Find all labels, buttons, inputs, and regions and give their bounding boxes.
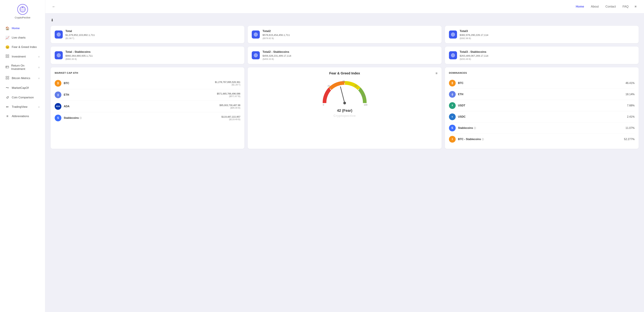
- stat-card-total-stablecoins-value: $960,364,880,935.1,711: [66, 54, 93, 57]
- theme-toggle[interactable]: ☀: [634, 4, 637, 9]
- sidebar-logo: CryptoPective: [15, 4, 30, 19]
- eth-values: $571,665,766,496.086 ($571.67 B): [217, 92, 240, 97]
- abbreviations-icon: ≡: [5, 114, 10, 118]
- stat-card-total-title: Total: [66, 29, 95, 33]
- stat-card-total-value: $1,079,852,103,892.1,711: [66, 33, 95, 36]
- svg-text:40: 40: [342, 80, 345, 82]
- sidebar: CryptoPective 🏠 Home 📈 Live charts 😐 Fea…: [0, 0, 45, 312]
- stablecoins-values: $119,487,222,957 ($119.49 B): [221, 115, 240, 121]
- svg-text:100: 100: [364, 104, 368, 106]
- stablecoins-value: $119,487,222,957: [221, 115, 240, 118]
- stat-card-total2-stablecoins-info: Total2 - Stablecoins $459,328,231,499.17…: [262, 50, 291, 60]
- sidebar-item-coin-comparison[interactable]: ↺ Coin Comparison: [0, 93, 45, 102]
- stablecoins-icon: S: [55, 115, 62, 121]
- svg-rect-9: [6, 66, 9, 68]
- stat-card-total3-stablecoins: Total3 - Stablecoins $263,489,067,269.17…: [445, 46, 639, 64]
- svg-rect-15: [8, 78, 9, 79]
- dom-btc-name: BTC: [458, 82, 464, 85]
- sidebar-item-live-charts[interactable]: 📈 Live charts: [0, 33, 45, 42]
- dom-stablecoins-name: Stablecoins ⓘ: [458, 126, 476, 130]
- stablecoins-info-icon[interactable]: ⓘ: [80, 117, 82, 119]
- ada-name: ADA: [64, 105, 70, 108]
- ada-values: $95,003,730,487.98 ($95.00 B): [220, 104, 240, 109]
- sidebar-item-bitcoin-metrics-label: Bitcoin Metrics: [12, 77, 30, 80]
- dom-eth-icon: ⟠: [449, 91, 456, 98]
- stat-card-total-info: Total $1,079,852,103,892.1,711 ($1.08 T): [66, 29, 95, 39]
- sidebar-item-home-label: Home: [12, 27, 20, 30]
- sidebar-item-marketcapof-label: MarketCapOf: [12, 86, 29, 90]
- download-button[interactable]: ⬇: [51, 18, 54, 22]
- nav-link-home[interactable]: Home: [576, 5, 584, 8]
- stat-card-total2: Total2 $578,815,454,456.1,711 ($578.82 B…: [248, 26, 442, 43]
- dom-usdc-icon: $: [449, 113, 456, 120]
- nav-link-faq[interactable]: FAQ: [622, 5, 628, 8]
- dominances-title: DOMINANCES: [449, 71, 634, 74]
- stat-card-total3-stablecoins-info: Total3 - Stablecoins $263,489,067,269.17…: [460, 50, 488, 60]
- stablecoins-name: Stablecoins ⓘ: [64, 116, 82, 120]
- market-cap-ath-title: MARKET CAP ATH: [55, 71, 240, 74]
- eth-value: $571,665,766,496.086: [217, 92, 240, 95]
- svg-text:0: 0: [323, 104, 324, 106]
- fear-greed-menu-button[interactable]: ≡: [436, 71, 438, 75]
- sidebar-item-roi[interactable]: Return On Investment ∨: [0, 61, 45, 73]
- dom-usdc-name: USDC: [458, 115, 466, 118]
- stat-card-total: Total $1,079,852,103,892.1,711 ($1.08 T): [51, 26, 244, 43]
- live-charts-icon: 📈: [5, 36, 10, 40]
- stat-card-total2-icon: [252, 30, 260, 38]
- dom-usdt-name: USDT: [458, 104, 466, 107]
- nav-link-contact[interactable]: Contact: [606, 5, 616, 8]
- investment-icon: [5, 54, 10, 59]
- dom-btc-stablecoins-pct: 52.277%: [624, 138, 634, 141]
- roi-icon: [5, 65, 9, 69]
- dom-btc-stablecoins-info-icon[interactable]: ⓘ: [482, 138, 484, 141]
- nav-link-about[interactable]: About: [591, 5, 599, 8]
- stat-card-total3-stablecoins-value: $263,489,067,269.17,114: [460, 54, 488, 57]
- stat-card-total3-stablecoins-icon: [449, 51, 457, 59]
- main-area: ← Home About Contact FAQ ☀ ⬇ Total $1,07…: [45, 0, 644, 312]
- content-area: ⬇ Total $1,079,852,103,892.1,711 ($1.08 …: [45, 13, 644, 312]
- stat-card-total2-value: $578,815,454,456.1,711: [262, 33, 290, 36]
- roi-chevron: ∨: [38, 66, 40, 69]
- dom-btc-pct: 46.41%: [626, 82, 634, 85]
- sidebar-item-tradingview[interactable]: ✏ TradingView ∨: [0, 102, 45, 112]
- stat-card-total-sub: ($1.08 T): [66, 37, 95, 39]
- stablecoins-sub: ($119.49 B): [221, 118, 240, 121]
- sidebar-item-fear-greed[interactable]: 😐 Fear & Greed Index: [0, 42, 45, 52]
- svg-text:80: 80: [362, 94, 365, 97]
- home-icon: 🏠: [5, 26, 10, 30]
- sidebar-item-fear-greed-label: Fear & Greed Index: [12, 45, 37, 49]
- dom-stablecoins-info-icon[interactable]: ⓘ: [474, 127, 476, 129]
- sidebar-item-investment[interactable]: Investment ∨: [0, 52, 45, 61]
- stat-card-total3-info: Total3 $382,976,290,226.17,114 ($382.98 …: [460, 29, 488, 39]
- tradingview-chevron: ∨: [38, 106, 40, 108]
- stat-card-total2-sub: ($578.82 B): [262, 37, 290, 39]
- stat-card-total3-title: Total3: [460, 29, 488, 33]
- coin-comparison-icon: ↺: [5, 95, 10, 99]
- dom-row-btc-stablecoins: ₿ BTC - Stablecoins ⓘ 52.277%: [449, 134, 634, 145]
- bottom-cards-grid: MARKET CAP ATH ₿ BTC $1,278,797,895,528.…: [51, 67, 639, 149]
- back-button[interactable]: ←: [52, 4, 56, 9]
- marketcapof-icon: 〜: [5, 86, 10, 90]
- sidebar-item-abbreviations[interactable]: ≡ Abbreviations: [0, 112, 45, 121]
- sidebar-item-bitcoin-metrics[interactable]: Bitcoin Metrics ∨: [0, 73, 45, 83]
- svg-text:20: 20: [328, 85, 330, 87]
- sidebar-item-home[interactable]: 🏠 Home: [0, 24, 45, 33]
- dom-usdt-pct: 7.68%: [627, 104, 634, 107]
- dominances-card: DOMINANCES ₿ BTC 46.41% ⟠ ETH 18.14% ₮ U…: [445, 67, 639, 149]
- app-name: CryptoPective: [15, 16, 30, 19]
- sidebar-item-tradingview-label: TradingView: [12, 105, 28, 109]
- gauge-value: 42 (Fear): [337, 108, 352, 113]
- dom-stablecoins-pct: 11.07%: [626, 126, 634, 130]
- stat-cards-grid: Total $1,079,852,103,892.1,711 ($1.08 T)…: [51, 26, 639, 64]
- stat-card-total-icon: [55, 30, 63, 38]
- market-cap-ath-card: MARKET CAP ATH ₿ BTC $1,278,797,895,528.…: [51, 67, 244, 149]
- btc-icon: ₿: [55, 80, 62, 87]
- sidebar-item-abbreviations-label: Abbreviations: [12, 115, 29, 118]
- bitcoin-metrics-chevron: ∨: [38, 77, 40, 80]
- btc-name: BTC: [64, 82, 69, 85]
- bitcoin-metrics-icon: [5, 76, 10, 80]
- sidebar-item-investment-label: Investment: [12, 55, 26, 58]
- sidebar-item-marketcapof[interactable]: 〜 MarketCapOf: [0, 83, 45, 93]
- svg-line-43: [340, 87, 345, 103]
- svg-rect-12: [6, 76, 7, 77]
